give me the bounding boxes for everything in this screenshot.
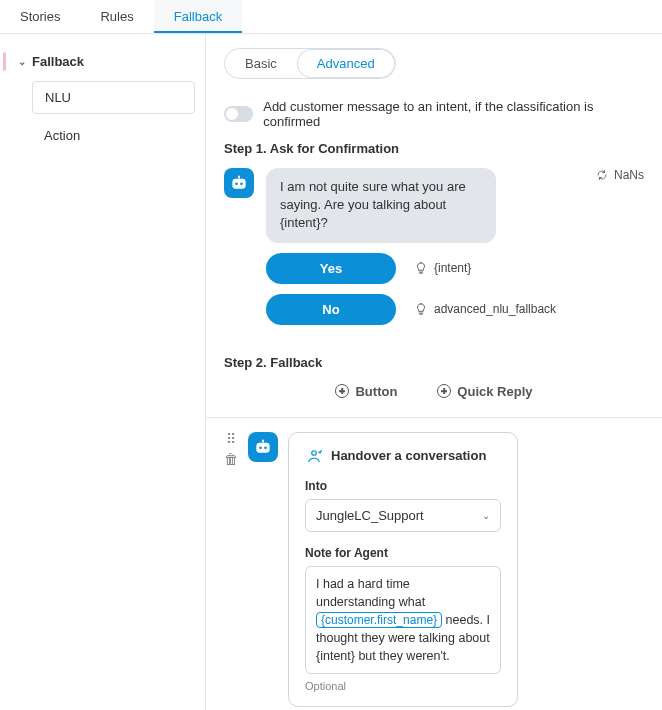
top-tabs: Stories Rules Fallback [0,0,662,34]
into-select[interactable]: JungleLC_Support ⌄ [305,499,501,532]
svg-rect-4 [256,442,269,452]
variable-chip[interactable]: {customer.first_name} [316,612,442,628]
yes-hint: {intent} [434,261,471,275]
note-label: Note for Agent [305,546,501,560]
tab-rules[interactable]: Rules [80,0,153,33]
tab-fallback[interactable]: Fallback [154,0,242,33]
divider [206,417,662,418]
into-value: JungleLC_Support [316,508,424,523]
note-text-before: I had a hard time understanding what [316,577,425,609]
add-button-label: Button [355,384,397,399]
card-title-text: Handover a conversation [331,448,486,463]
svg-point-8 [312,450,317,455]
bot-avatar-icon [248,432,278,462]
plus-icon [437,384,451,398]
sidebar-item-action[interactable]: Action [32,120,195,151]
drag-handle-icon[interactable]: ⠿ [224,432,238,446]
handover-card: Handover a conversation Into JungleLC_Su… [288,432,518,708]
add-to-intent-label: Add customer message to an intent, if th… [263,99,644,129]
message-meta: NaNs [596,168,644,182]
svg-rect-3 [238,176,240,179]
add-to-intent-toggle[interactable] [224,106,253,122]
svg-rect-7 [262,439,264,442]
sidebar-item-nlu[interactable]: NLU [32,81,195,114]
add-button-action[interactable]: Button [335,384,397,399]
svg-point-5 [259,446,262,449]
content-pane: Basic Advanced Add customer message to a… [206,34,662,710]
note-field[interactable]: I had a hard time understanding what {cu… [305,566,501,675]
svg-rect-0 [232,179,245,189]
svg-point-2 [240,183,243,186]
into-label: Into [305,479,501,493]
bulb-icon [414,302,428,316]
yes-button[interactable]: Yes [266,253,396,284]
handover-icon [305,447,323,465]
sidebar-group-label: Fallback [32,54,84,69]
add-quickreply-label: Quick Reply [457,384,532,399]
plus-icon [335,384,349,398]
step2-title: Step 2. Fallback [224,355,644,370]
bulb-icon [414,261,428,275]
sidebar-group-fallback[interactable]: ⌄ Fallback [10,48,205,75]
bot-avatar-icon [224,168,254,198]
optional-label: Optional [305,680,501,692]
refresh-icon [596,169,608,181]
seg-basic[interactable]: Basic [225,49,297,78]
chevron-down-icon: ⌄ [18,56,26,67]
mode-segmented: Basic Advanced [224,48,396,79]
message-meta-text: NaNs [614,168,644,182]
seg-advanced[interactable]: Advanced [297,49,395,78]
delete-icon[interactable]: 🗑 [224,452,238,466]
sidebar: ⌄ Fallback NLU Action [0,34,206,710]
step1-title: Step 1. Ask for Confirmation [224,141,644,156]
confirmation-message[interactable]: I am not quite sure what you are saying.… [266,168,496,243]
chevron-down-icon: ⌄ [482,510,490,521]
no-hint: advanced_nlu_fallback [434,302,556,316]
svg-point-1 [235,183,238,186]
svg-point-6 [264,446,267,449]
no-button[interactable]: No [266,294,396,325]
tab-stories[interactable]: Stories [0,0,80,33]
add-quickreply-action[interactable]: Quick Reply [437,384,532,399]
